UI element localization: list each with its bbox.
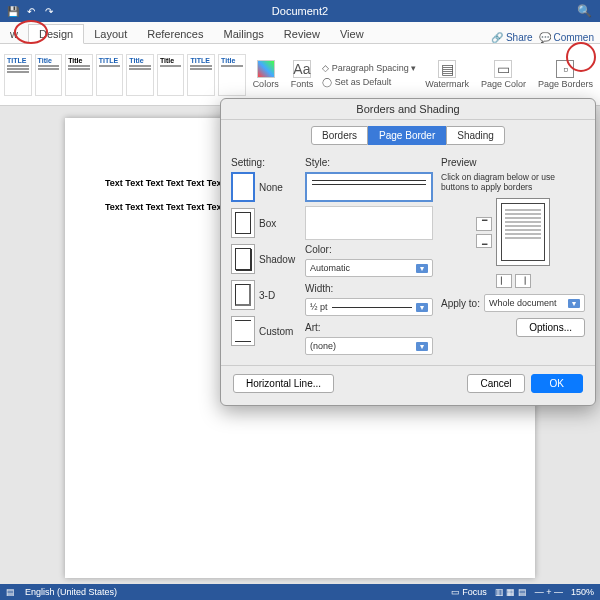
setting-label: Setting: — [231, 157, 297, 168]
quick-access-toolbar: 💾 ↶ ↷ — [0, 4, 62, 18]
art-label: Art: — [305, 322, 433, 333]
zoom-slider[interactable]: — + — — [535, 587, 563, 597]
border-left-button[interactable]: ▏ — [496, 274, 512, 288]
theme-item[interactable]: Title — [65, 54, 93, 96]
page-borders-button[interactable]: ▫Page Borders — [535, 58, 596, 91]
share-button[interactable]: 🔗 Share — [491, 32, 532, 43]
dialog-title: Borders and Shading — [221, 99, 595, 120]
accessibility-icon[interactable]: ▤ — [6, 587, 15, 597]
focus-mode[interactable]: ▭ Focus — [451, 587, 487, 597]
page-color-button[interactable]: ▭Page Color — [478, 58, 529, 91]
search-icon[interactable]: 🔍 — [569, 4, 600, 18]
save-icon[interactable]: 💾 — [6, 4, 20, 18]
theme-item[interactable]: Title — [218, 54, 246, 96]
ribbon: TITLE Title Title TITLE Title Title TITL… — [0, 44, 600, 106]
style-selector[interactable] — [305, 172, 433, 202]
color-label: Color: — [305, 244, 433, 255]
ribbon-tabs: w Design Layout References Mailings Revi… — [0, 22, 600, 44]
dialog-tab-shading[interactable]: Shading — [446, 126, 505, 145]
preview-diagram[interactable] — [496, 198, 550, 266]
style-list[interactable] — [305, 206, 433, 240]
comments-button[interactable]: 💬 Commen — [539, 32, 594, 43]
document-title: Document2 — [272, 5, 328, 17]
theme-item[interactable]: Title — [157, 54, 185, 96]
horizontal-line-button[interactable]: Horizontal Line... — [233, 374, 334, 393]
cancel-button[interactable]: Cancel — [467, 374, 524, 393]
theme-item[interactable]: TITLE — [187, 54, 215, 96]
palette-icon — [257, 60, 275, 78]
undo-icon[interactable]: ↶ — [24, 4, 38, 18]
apply-to-label: Apply to: — [441, 298, 480, 309]
apply-to-dropdown[interactable]: Whole document▾ — [484, 294, 585, 312]
tab-mailings[interactable]: Mailings — [214, 25, 274, 43]
document-formatting-gallery[interactable]: TITLE Title Title TITLE Title Title TITL… — [4, 46, 246, 103]
theme-item[interactable]: Title — [126, 54, 154, 96]
theme-item[interactable]: TITLE — [96, 54, 124, 96]
tab-w[interactable]: w — [0, 25, 28, 43]
language-status[interactable]: English (United States) — [25, 587, 117, 597]
set-default-button[interactable]: ◯ Set as Default — [322, 77, 416, 87]
setting-box[interactable]: Box — [231, 208, 297, 238]
setting-custom[interactable]: Custom — [231, 316, 297, 346]
page-color-icon: ▭ — [494, 60, 512, 78]
tab-design[interactable]: Design — [28, 24, 84, 44]
setting-3d[interactable]: 3-D — [231, 280, 297, 310]
border-bottom-button[interactable]: ▁ — [476, 234, 492, 248]
title-bar: 💾 ↶ ↷ Document2 🔍 — [0, 0, 600, 22]
chevron-down-icon: ▾ — [568, 299, 580, 308]
tab-layout[interactable]: Layout — [84, 25, 137, 43]
page-borders-icon: ▫ — [556, 60, 574, 78]
options-button[interactable]: Options... — [516, 318, 585, 337]
paragraph-spacing-button[interactable]: ◇ Paragraph Spacing ▾ — [322, 63, 416, 73]
fonts-button[interactable]: AaFonts — [288, 58, 317, 91]
colors-button[interactable]: Colors — [250, 58, 282, 91]
border-top-button[interactable]: ▔ — [476, 217, 492, 231]
status-bar: ▤ English (United States) ▭ Focus ▥ ▦ ▤ … — [0, 584, 600, 600]
dialog-tabs: Borders Page Border Shading — [221, 120, 595, 151]
style-label: Style: — [305, 157, 433, 168]
watermark-button[interactable]: ▤Watermark — [422, 58, 472, 91]
tab-review[interactable]: Review — [274, 25, 330, 43]
chevron-down-icon: ▾ — [416, 342, 428, 351]
tab-view[interactable]: View — [330, 25, 374, 43]
color-dropdown[interactable]: Automatic▾ — [305, 259, 433, 277]
redo-icon[interactable]: ↷ — [42, 4, 56, 18]
theme-item[interactable]: TITLE — [4, 54, 32, 96]
width-dropdown[interactable]: ½ pt ▾ — [305, 298, 433, 316]
watermark-icon: ▤ — [438, 60, 456, 78]
preview-label: Preview — [441, 157, 585, 168]
art-dropdown[interactable]: (none)▾ — [305, 337, 433, 355]
dialog-tab-page-border[interactable]: Page Border — [368, 126, 446, 145]
zoom-level[interactable]: 150% — [571, 587, 594, 597]
ok-button[interactable]: OK — [531, 374, 583, 393]
preview-hint: Click on diagram below or use buttons to… — [441, 172, 585, 192]
tab-references[interactable]: References — [137, 25, 213, 43]
border-right-button[interactable]: ▕ — [515, 274, 531, 288]
setting-shadow[interactable]: Shadow — [231, 244, 297, 274]
borders-shading-dialog: Borders and Shading Borders Page Border … — [220, 98, 596, 406]
chevron-down-icon: ▾ — [416, 264, 428, 273]
fonts-icon: Aa — [293, 60, 311, 78]
theme-item[interactable]: Title — [35, 54, 63, 96]
chevron-down-icon: ▾ — [416, 303, 428, 312]
setting-none[interactable]: None — [231, 172, 297, 202]
dialog-tab-borders[interactable]: Borders — [311, 126, 368, 145]
width-label: Width: — [305, 283, 433, 294]
view-buttons[interactable]: ▥ ▦ ▤ — [495, 587, 527, 597]
